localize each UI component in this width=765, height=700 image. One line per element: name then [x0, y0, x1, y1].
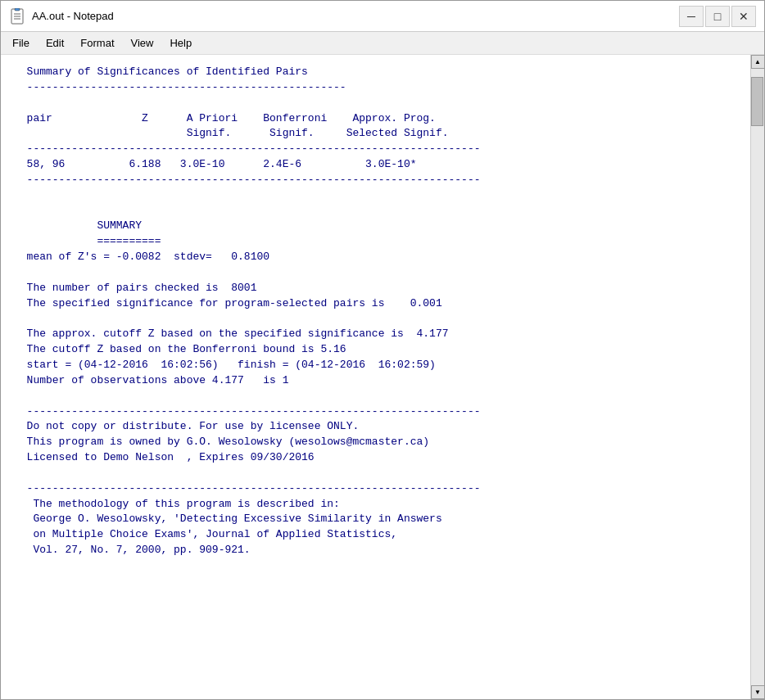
title-buttons: ─ □ ✕	[679, 6, 756, 27]
menu-help[interactable]: Help	[161, 35, 200, 51]
title-bar: AA.out - Notepad ─ □ ✕	[1, 1, 764, 32]
scroll-down-button[interactable]: ▼	[751, 685, 765, 699]
maximize-button[interactable]: □	[705, 6, 730, 27]
text-content[interactable]: Summary of Significances of Identified P…	[1, 55, 750, 699]
scroll-thumb[interactable]	[751, 77, 763, 126]
main-text: Summary of Significances of Identified P…	[14, 65, 481, 556]
menu-view[interactable]: View	[123, 35, 162, 51]
close-button[interactable]: ✕	[731, 6, 756, 27]
menu-file[interactable]: File	[4, 35, 38, 51]
scroll-track[interactable]	[751, 69, 764, 685]
menu-bar: File Edit Format View Help	[1, 32, 764, 55]
notepad-icon	[9, 8, 25, 25]
menu-edit[interactable]: Edit	[38, 35, 72, 51]
minimize-button[interactable]: ─	[679, 6, 704, 27]
menu-format[interactable]: Format	[72, 35, 122, 51]
title-bar-left: AA.out - Notepad	[9, 8, 114, 25]
scrollbar[interactable]: ▲ ▼	[750, 55, 764, 699]
window-title: AA.out - Notepad	[32, 10, 114, 22]
svg-rect-1	[15, 8, 20, 11]
content-area: Summary of Significances of Identified P…	[1, 55, 764, 699]
main-window: AA.out - Notepad ─ □ ✕ File Edit Format …	[0, 0, 765, 700]
scroll-up-button[interactable]: ▲	[751, 55, 765, 69]
